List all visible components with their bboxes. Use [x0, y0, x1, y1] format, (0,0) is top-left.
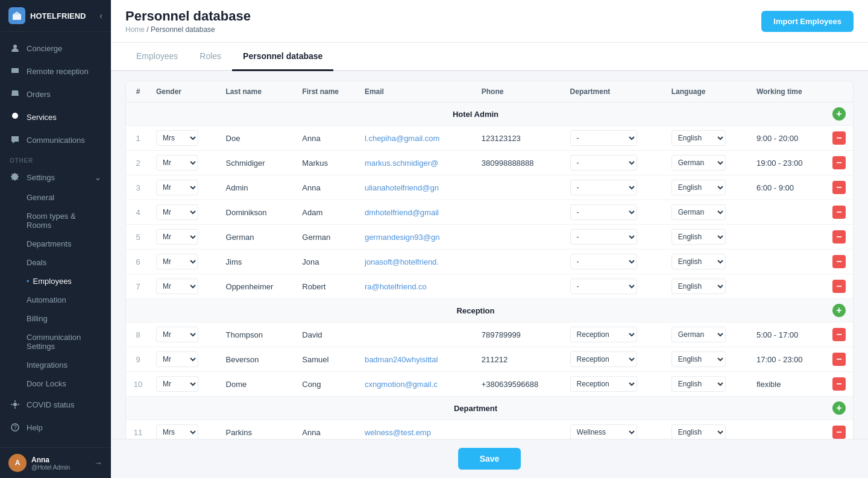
sidebar-sub-deals[interactable]: Deals	[0, 253, 111, 272]
row-department[interactable]: -ReceptionWellnessRoom ServiceHousekeepi…	[564, 200, 665, 225]
gender-select[interactable]: Mr Mrs	[156, 254, 198, 269]
row-gender[interactable]: Mr Mrs	[150, 126, 220, 151]
sidebar-item-orders[interactable]: Orders	[0, 83, 111, 105]
remove-row-button[interactable]: −	[832, 181, 846, 194]
department-select[interactable]: -ReceptionWellnessRoom ServiceHousekeepi…	[570, 155, 637, 171]
row-department[interactable]: -ReceptionWellnessRoom ServiceHousekeepi…	[564, 151, 665, 175]
row-department[interactable]: -ReceptionWellnessRoom ServiceHousekeepi…	[564, 372, 665, 397]
row-language[interactable]: EnglishGerman	[665, 347, 750, 372]
row-gender[interactable]: Mr Mrs	[150, 200, 220, 225]
tab-personnel-database[interactable]: Personnel database	[232, 43, 333, 71]
row-department[interactable]: -ReceptionWellnessRoom ServiceHousekeepi…	[564, 322, 665, 347]
row-gender[interactable]: Mr Mrs	[150, 225, 220, 250]
row-actions[interactable]: −	[825, 200, 853, 225]
sidebar-item-remote-reception[interactable]: Remote reception	[0, 60, 111, 83]
sidebar-collapse-icon[interactable]: ‹	[99, 11, 102, 20]
row-language[interactable]: EnglishGerman	[665, 175, 750, 200]
row-department[interactable]: -ReceptionWellnessRoom ServiceHousekeepi…	[564, 225, 665, 250]
row-actions[interactable]: −	[825, 322, 853, 347]
department-select[interactable]: -ReceptionWellnessRoom ServiceHousekeepi…	[570, 229, 637, 245]
sidebar-sub-door-locks[interactable]: Door Locks	[0, 374, 111, 393]
row-department[interactable]: -ReceptionWellnessRoom ServiceHousekeepi…	[564, 126, 665, 151]
add-row-button[interactable]: +	[832, 401, 846, 415]
language-select[interactable]: EnglishGerman	[671, 278, 726, 294]
department-select[interactable]: -ReceptionWellnessRoom ServiceHousekeepi…	[570, 204, 637, 220]
language-select[interactable]: EnglishGerman	[671, 130, 726, 146]
language-select[interactable]: EnglishGerman	[671, 204, 726, 220]
language-select[interactable]: EnglishGerman	[671, 155, 726, 171]
language-select[interactable]: EnglishGerman	[671, 424, 726, 439]
remove-row-button[interactable]: −	[832, 206, 846, 219]
remove-row-button[interactable]: −	[832, 426, 846, 439]
row-actions[interactable]: −	[825, 274, 853, 299]
row-language[interactable]: EnglishGerman	[665, 420, 750, 439]
sidebar-sub-room-types[interactable]: Room types & Rooms	[0, 207, 111, 234]
department-select[interactable]: -ReceptionWellnessRoom ServiceHousekeepi…	[570, 278, 637, 294]
gender-select[interactable]: Mr Mrs	[156, 376, 198, 392]
sidebar-item-settings[interactable]: Settings ⌄	[0, 166, 111, 188]
remove-row-button[interactable]: −	[832, 280, 846, 293]
remove-row-button[interactable]: −	[832, 156, 846, 169]
department-select[interactable]: -ReceptionWellnessRoom ServiceHousekeepi…	[570, 351, 637, 367]
row-language[interactable]: EnglishGerman	[665, 225, 750, 250]
remove-row-button[interactable]: −	[832, 377, 846, 391]
sidebar-item-ticket-support[interactable]: Ticket Support	[0, 439, 111, 447]
sidebar-item-services[interactable]: Services	[0, 105, 111, 128]
save-button[interactable]: Save	[458, 448, 521, 470]
row-gender[interactable]: Mr Mrs	[150, 420, 220, 439]
add-row-button[interactable]: +	[832, 107, 846, 121]
remove-row-button[interactable]: −	[832, 131, 846, 145]
row-actions[interactable]: −	[825, 250, 853, 274]
sidebar-item-concierge[interactable]: Concierge	[0, 37, 111, 60]
gender-select[interactable]: Mr Mrs	[156, 130, 198, 146]
row-gender[interactable]: Mr Mrs	[150, 250, 220, 274]
row-actions[interactable]: −	[825, 420, 853, 439]
department-select[interactable]: -ReceptionWellnessRoom ServiceHousekeepi…	[570, 254, 637, 269]
sidebar-sub-departments[interactable]: Departments	[0, 234, 111, 253]
gender-select[interactable]: Mr Mrs	[156, 424, 198, 439]
gender-select[interactable]: Mr Mrs	[156, 327, 198, 342]
row-language[interactable]: EnglishGerman	[665, 126, 750, 151]
breadcrumb-home[interactable]: Home	[125, 25, 145, 34]
gender-select[interactable]: Mr Mrs	[156, 229, 198, 245]
department-select[interactable]: -ReceptionWellnessRoom ServiceHousekeepi…	[570, 130, 637, 146]
gender-select[interactable]: Mr Mrs	[156, 204, 198, 220]
language-select[interactable]: EnglishGerman	[671, 351, 726, 367]
row-department[interactable]: -ReceptionWellnessRoom ServiceHousekeepi…	[564, 347, 665, 372]
gender-select[interactable]: Mr Mrs	[156, 180, 198, 195]
gender-select[interactable]: Mr Mrs	[156, 155, 198, 171]
row-gender[interactable]: Mr Mrs	[150, 322, 220, 347]
row-gender[interactable]: Mr Mrs	[150, 175, 220, 200]
remove-row-button[interactable]: −	[832, 230, 846, 244]
row-language[interactable]: EnglishGerman	[665, 372, 750, 397]
remove-row-button[interactable]: −	[832, 353, 846, 366]
row-language[interactable]: EnglishGerman	[665, 274, 750, 299]
department-select[interactable]: -ReceptionWellnessRoom ServiceHousekeepi…	[570, 180, 637, 195]
row-actions[interactable]: −	[825, 372, 853, 397]
sidebar-item-covid[interactable]: COVID status	[0, 393, 111, 416]
row-department[interactable]: -ReceptionWellnessRoom ServiceHousekeepi…	[564, 420, 665, 439]
sidebar-sub-general[interactable]: General	[0, 188, 111, 207]
language-select[interactable]: EnglishGerman	[671, 376, 726, 392]
sidebar-sub-employees[interactable]: Employees	[0, 272, 111, 291]
sidebar-sub-integrations[interactable]: Integrations	[0, 356, 111, 374]
row-gender[interactable]: Mr Mrs	[150, 274, 220, 299]
remove-row-button[interactable]: −	[832, 328, 846, 341]
department-select[interactable]: -ReceptionWellnessRoom ServiceHousekeepi…	[570, 327, 637, 342]
tab-employees[interactable]: Employees	[125, 43, 189, 71]
row-language[interactable]: EnglishGerman	[665, 200, 750, 225]
import-employees-button[interactable]: Import Employees	[761, 11, 854, 32]
remove-row-button[interactable]: −	[832, 255, 846, 268]
row-language[interactable]: EnglishGerman	[665, 322, 750, 347]
row-language[interactable]: EnglishGerman	[665, 151, 750, 175]
gender-select[interactable]: Mr Mrs	[156, 278, 198, 294]
row-department[interactable]: -ReceptionWellnessRoom ServiceHousekeepi…	[564, 274, 665, 299]
sidebar-sub-billing[interactable]: Billing	[0, 309, 111, 328]
add-row-button[interactable]: +	[832, 304, 846, 317]
language-select[interactable]: EnglishGerman	[671, 180, 726, 195]
row-language[interactable]: EnglishGerman	[665, 250, 750, 274]
row-department[interactable]: -ReceptionWellnessRoom ServiceHousekeepi…	[564, 175, 665, 200]
sidebar-item-help[interactable]: ? Help	[0, 416, 111, 439]
row-department[interactable]: -ReceptionWellnessRoom ServiceHousekeepi…	[564, 250, 665, 274]
row-gender[interactable]: Mr Mrs	[150, 372, 220, 397]
